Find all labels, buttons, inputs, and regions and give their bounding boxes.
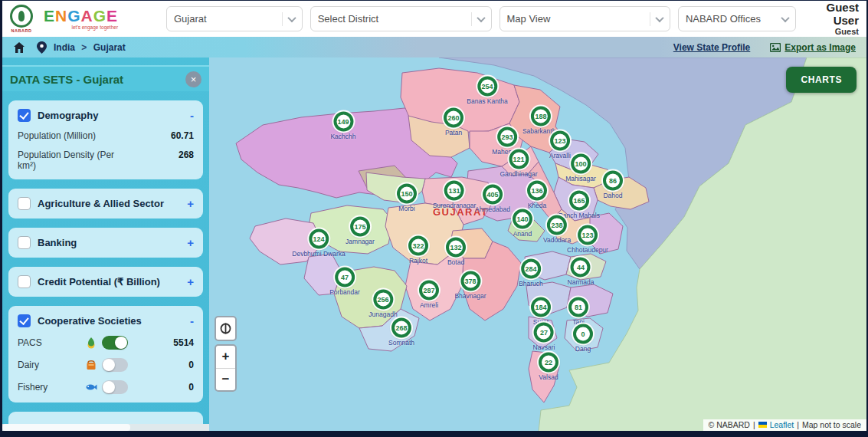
collapse-icon[interactable]: - — [190, 315, 194, 327]
district-marker[interactable]: 47Porbandar — [329, 268, 360, 296]
nabard-offices-select[interactable]: NABARD Offices — [678, 6, 796, 31]
district-marker[interactable]: 131Surendranagar — [433, 181, 477, 209]
engage-tagline: let's engage together — [72, 25, 119, 31]
district-marker[interactable]: 22Valsad — [539, 353, 558, 381]
marker-value: 123 — [578, 225, 598, 245]
section-label[interactable]: Cooperative Societies — [38, 315, 183, 327]
district-marker[interactable]: 123Chhotaudepur — [567, 225, 608, 254]
datasets-sidebar: DATA SETS - Gujarat × Demography - Popul… — [2, 58, 209, 431]
zoom-in-button[interactable]: + — [216, 346, 235, 368]
section-demography: Demography - Population (Million) 60.71 … — [8, 100, 203, 179]
zoom-out-button[interactable]: − — [216, 368, 235, 390]
collapse-icon[interactable]: - — [190, 110, 194, 121]
brand-logos: NABARD ENGAGE let's engage together — [5, 5, 159, 33]
engage-logo: ENGAGE let's engage together — [44, 8, 118, 31]
chevron-down-icon — [282, 12, 295, 26]
district-select[interactable]: Select District — [310, 6, 492, 31]
breadcrumb-state[interactable]: Gujarat — [93, 42, 126, 53]
district-marker[interactable]: 44Narmada — [568, 258, 594, 286]
marker-value: 132 — [446, 238, 466, 258]
pacs-toggle[interactable] — [102, 336, 128, 350]
marker-value: 260 — [444, 108, 463, 128]
demography-checkbox[interactable] — [18, 109, 31, 122]
view-state-profile-link[interactable]: View State Profile — [673, 42, 750, 53]
marker-value: 150 — [397, 184, 417, 204]
marker-value: 188 — [531, 107, 551, 127]
district-marker[interactable]: 136Kheda — [527, 181, 547, 209]
breadcrumb-bar: India > Gujarat View State Profile Expor… — [2, 37, 866, 58]
fishery-toggle[interactable] — [102, 380, 128, 394]
marker-value: 131 — [444, 181, 464, 201]
district-marker[interactable]: 284Bharuch — [519, 259, 543, 288]
marker-value: 378 — [460, 271, 480, 291]
charts-button[interactable]: CHARTS — [786, 67, 857, 93]
district-marker[interactable]: 378Bhavnagar — [454, 271, 486, 300]
sidebar-scrollbar[interactable] — [2, 424, 209, 431]
cooperative-societies-checkbox[interactable] — [18, 314, 31, 327]
district-marker[interactable]: 86Dahod — [603, 171, 623, 199]
district-marker[interactable]: 132Botad — [446, 238, 466, 266]
district-marker[interactable]: 140Anand — [513, 209, 532, 238]
marker-value: 47 — [335, 268, 355, 288]
nabard-emblem-icon — [10, 5, 33, 28]
district-marker[interactable]: 256Junagadh — [368, 290, 397, 318]
reset-view-button[interactable] — [216, 317, 235, 340]
bottom-window-bar — [2, 431, 866, 437]
banking-checkbox[interactable] — [18, 236, 31, 249]
marker-value: 175 — [350, 217, 370, 237]
state-select[interactable]: Gujarat — [166, 6, 303, 31]
map-zoom-control: + − — [215, 344, 237, 392]
district-marker[interactable]: 0Dang — [573, 324, 593, 353]
district-marker[interactable]: 124Devbhumi Dwarka — [292, 229, 345, 258]
district-marker[interactable]: 287Amreli — [419, 281, 439, 309]
district-name-label: Anand — [513, 230, 532, 238]
section-label[interactable]: Banking — [38, 237, 180, 248]
home-icon[interactable] — [13, 41, 25, 54]
district-marker[interactable]: 254Banas Kantha — [467, 77, 507, 105]
datasets-title: DATA SETS - Gujarat — [10, 73, 123, 86]
export-as-image-link[interactable]: Export as Image — [770, 42, 856, 53]
user-menu[interactable]: Guest User Guest — [804, 1, 860, 37]
district-marker[interactable]: 175Jamnagar — [346, 217, 375, 245]
expand-icon[interactable]: + — [187, 276, 194, 288]
close-icon[interactable]: × — [185, 71, 201, 87]
district-marker[interactable]: 100Mahisagar — [565, 154, 596, 182]
district-name-label: Rajkot — [409, 257, 427, 264]
row-label: Dairy — [18, 360, 85, 370]
expand-icon[interactable]: + — [187, 237, 194, 248]
district-marker[interactable]: 405Ahmedabad — [475, 185, 510, 213]
district-marker[interactable]: 268Somnath — [388, 318, 414, 347]
view-mode-select[interactable]: Map View — [500, 6, 670, 31]
district-name-label: Kheda — [528, 202, 547, 209]
marker-value: 100 — [571, 154, 591, 174]
district-marker[interactable]: 81Tapi — [568, 297, 588, 326]
section-label[interactable]: Agriculture & Allied Sector — [38, 198, 180, 209]
credit-potential-checkbox[interactable] — [18, 275, 31, 288]
district-marker[interactable]: 260Patan — [444, 108, 463, 136]
marker-value: 140 — [513, 209, 532, 229]
district-name-label: Somnath — [388, 339, 414, 347]
district-marker[interactable]: 150Morbi — [397, 184, 417, 212]
district-marker[interactable]: 149Kachchh — [330, 112, 355, 140]
agriculture-checkbox[interactable] — [18, 197, 31, 210]
district-name-label: Chhotaudepur — [567, 246, 608, 254]
leaflet-map[interactable]: GUJARAT 149Kachchh254Banas Kantha260Pata… — [209, 58, 866, 431]
district-marker[interactable]: 184Surat — [531, 297, 551, 326]
section-label[interactable]: Demography — [38, 110, 183, 121]
leaflet-link[interactable]: Leaflet — [770, 420, 794, 429]
expand-icon[interactable]: + — [187, 198, 194, 209]
marker-value: 184 — [531, 297, 551, 317]
breadcrumb-country[interactable]: India — [54, 42, 75, 53]
attribution-note: Map not to scale — [802, 420, 861, 429]
district-marker[interactable]: 121Gandhinagar — [500, 150, 537, 178]
district-marker[interactable]: 27Navsari — [533, 323, 555, 351]
dairy-icon — [85, 359, 97, 371]
district-name-label: Junagadh — [368, 310, 397, 318]
district-marker[interactable]: 322Rajkot — [408, 236, 428, 264]
district-name-label: Dahod — [603, 192, 622, 199]
section-banking: Banking + — [8, 228, 203, 258]
district-name-label: Devbhumi Dwarka — [292, 250, 345, 258]
dairy-toggle[interactable] — [102, 358, 128, 372]
district-name-label: Mahisagar — [565, 175, 596, 182]
section-label[interactable]: Credit Potential (₹ Billion) — [38, 276, 180, 288]
